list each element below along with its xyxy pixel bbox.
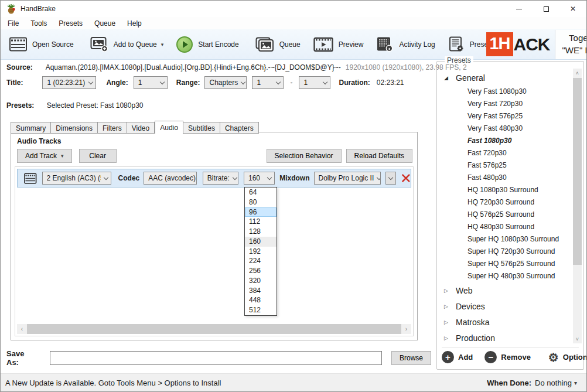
preset-item[interactable]: Very Fast 576p25 — [441, 110, 571, 122]
bitrate-option-160[interactable]: 160 — [245, 237, 277, 247]
activity-log-button[interactable]: Activity Log — [370, 32, 441, 57]
bitrate-option-112[interactable]: 112 — [245, 217, 277, 227]
selection-behavior-button[interactable]: Selection Behavior — [267, 149, 342, 163]
scroll-up-icon[interactable]: ˄ — [573, 69, 582, 77]
scroll-left-icon[interactable]: ‹ — [17, 324, 27, 334]
preset-item[interactable]: HQ 576p25 Surround — [441, 209, 571, 221]
angle-select[interactable]: 1 — [134, 76, 168, 89]
add-to-queue-button[interactable]: Add to Queue ▾ — [84, 32, 170, 57]
preset-item[interactable]: Fast 480p30 — [441, 172, 571, 184]
open-source-button[interactable]: Open Source — [3, 32, 80, 57]
save-as-input[interactable] — [50, 351, 382, 365]
mixdown-select[interactable]: Dolby Pro Logic II — [314, 172, 381, 185]
add-preset-button[interactable]: + Add — [442, 351, 473, 363]
preset-group-matroska[interactable]: ▷Matroska — [441, 314, 571, 330]
clear-button[interactable]: Clear — [79, 149, 117, 163]
bitrate-value-select[interactable]: 160 — [244, 172, 275, 185]
expand-icon[interactable]: ▷ — [444, 335, 453, 341]
expand-icon[interactable]: ▷ — [444, 319, 453, 325]
preset-group-web[interactable]: ▷Web — [441, 282, 571, 298]
preset-item[interactable]: Very Fast 480p30 — [441, 122, 571, 135]
preset-item[interactable]: Fast 576p25 — [441, 159, 571, 172]
preset-item[interactable]: HQ 480p30 Surround — [441, 221, 571, 233]
remove-preset-button[interactable]: − Remove — [484, 351, 531, 363]
handbrake-app-icon — [6, 4, 16, 14]
expand-icon[interactable]: ▷ — [444, 304, 453, 309]
vertical-scroll-thumb[interactable] — [573, 78, 582, 265]
vertical-scrollbar[interactable]: ˄ ˅ — [573, 69, 582, 343]
tab-subtitles[interactable]: Subtitles — [183, 122, 220, 134]
preset-item[interactable]: Super HQ 576p25 Surround — [441, 258, 571, 270]
bitrate-option-224[interactable]: 224 — [245, 256, 277, 266]
preset-options-button[interactable]: ⚙ Options — [548, 352, 587, 363]
bitrate-option-448[interactable]: 448 — [245, 295, 277, 305]
menu-item-file[interactable]: File — [2, 18, 25, 29]
bitrate-option-96[interactable]: 96 — [245, 207, 277, 217]
preset-item[interactable]: Super HQ 480p30 Surround — [441, 270, 571, 282]
preset-item[interactable]: Fast 720p30 — [441, 147, 571, 159]
tab-audio[interactable]: Audio — [155, 121, 183, 134]
bitrate-option-384[interactable]: 384 — [245, 286, 277, 296]
close-button[interactable]: ✕ — [559, 1, 586, 17]
menu-item-tools[interactable]: Tools — [25, 18, 53, 29]
preset-item[interactable]: Super HQ 1080p30 Surround — [441, 233, 571, 246]
tab-video[interactable]: Video — [127, 122, 155, 134]
add-track-button[interactable]: Add Track▾ — [17, 149, 72, 163]
open-source-label: Open Source — [32, 40, 74, 49]
bitrate-option-128[interactable]: 128 — [245, 227, 277, 237]
tab-filters[interactable]: Filters — [98, 122, 127, 134]
preset-item[interactable]: HQ 720p30 Surround — [441, 196, 571, 209]
browse-button[interactable]: Browse — [391, 351, 431, 365]
scroll-down-icon[interactable]: ˅ — [573, 335, 582, 343]
preview-button[interactable]: Preview — [307, 32, 370, 57]
horizontal-scrollbar[interactable]: ‹ › — [17, 324, 411, 334]
tab-summary[interactable]: Summary — [11, 122, 51, 134]
maximize-button[interactable] — [533, 1, 559, 17]
collapse-icon[interactable]: ◢ — [444, 75, 453, 81]
horizontal-scroll-thumb[interactable] — [27, 324, 401, 334]
scroll-right-icon[interactable]: › — [401, 324, 411, 334]
save-as-row: Save As: Browse — [6, 350, 431, 366]
tab-chapters[interactable]: Chapters — [220, 122, 259, 134]
range-from-select[interactable]: 1 — [252, 76, 284, 89]
bitrate-option-512[interactable]: 512 — [245, 305, 277, 315]
range-to-select[interactable]: 1 — [299, 76, 330, 89]
activity-log-label: Activity Log — [399, 40, 435, 49]
bitrate-option-256[interactable]: 256 — [245, 266, 277, 276]
track-source-select[interactable]: 2 English (AC3) (5.1 c — [42, 172, 111, 185]
audio-track-row[interactable]: 2 English (AC3) (5.1 c Codec AAC (avcode… — [17, 169, 411, 188]
preset-group-general[interactable]: ◢General — [441, 70, 571, 86]
preview-label: Preview — [339, 40, 364, 49]
start-encode-button[interactable]: Start Encode — [170, 32, 245, 57]
tab-dimensions[interactable]: Dimensions — [51, 122, 98, 134]
preset-item[interactable]: HQ 1080p30 Surround — [441, 184, 571, 196]
menu-item-help[interactable]: Help — [121, 18, 148, 29]
bitrate-option-192[interactable]: 192 — [245, 247, 277, 257]
expand-icon[interactable]: ▷ — [444, 288, 453, 294]
bitrate-option-64[interactable]: 64 — [245, 188, 277, 197]
bitrate-option-80[interactable]: 80 — [245, 197, 277, 207]
preset-item[interactable]: Fast 1080p30 — [441, 135, 571, 147]
menu-item-presets[interactable]: Presets — [53, 18, 88, 29]
remove-track-icon[interactable] — [401, 173, 411, 183]
range-type-select[interactable]: Chapters — [204, 76, 247, 89]
menu-item-queue[interactable]: Queue — [88, 18, 121, 29]
preset-item[interactable]: Very Fast 1080p30 — [441, 86, 571, 98]
queue-button[interactable]: Queue — [249, 32, 307, 57]
title-select[interactable]: 1 (02:23:21) — [42, 76, 96, 89]
codec-select[interactable]: AAC (avcodec) — [144, 172, 197, 185]
preset-item[interactable]: Very Fast 720p30 — [441, 98, 571, 110]
bitrate-mode-select[interactable]: Bitrate: — [203, 172, 238, 185]
preset-group-production[interactable]: ▷Production — [441, 330, 571, 343]
bitrate-option-320[interactable]: 320 — [245, 276, 277, 286]
presets-groupbox: ◢GeneralVery Fast 1080p30Very Fast 720p3… — [436, 61, 584, 370]
status-bar: A New Update is Available. Goto Tools Me… — [1, 373, 586, 391]
reload-defaults-button[interactable]: Reload Defaults — [346, 149, 412, 163]
track-expand-button[interactable] — [385, 172, 397, 185]
tagline-line1: Together — [562, 32, 587, 44]
preset-group-devices[interactable]: ▷Devices — [441, 298, 571, 314]
minimize-button[interactable] — [506, 1, 533, 17]
preset-item[interactable]: Super HQ 720p30 Surround — [441, 246, 571, 258]
title-row: Title: 1 (02:23:21) Angle: 1 Range: Chap… — [6, 76, 431, 90]
when-done-control[interactable]: When Done: Do nothing ▾ — [487, 379, 577, 387]
